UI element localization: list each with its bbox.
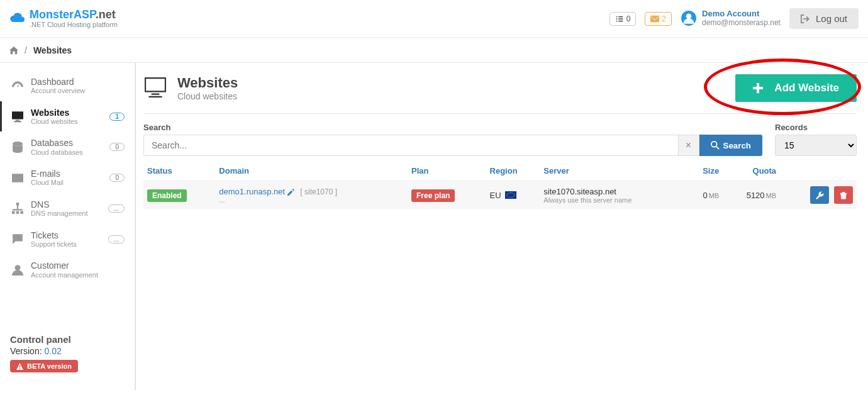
server-name: site1070.siteasp.net [543, 187, 682, 196]
svg-point-3 [15, 265, 21, 271]
brand-tagline: .NET Cloud Hosting platform [30, 21, 118, 28]
sidebar-item-dns[interactable]: DNSDNS management ... [0, 193, 135, 224]
manage-button[interactable] [810, 186, 829, 204]
badge: ... [108, 204, 125, 213]
account-name: Demo Account [702, 9, 781, 19]
status-badge: Enabled [147, 189, 187, 202]
search-input[interactable] [143, 135, 678, 156]
svg-point-4 [711, 142, 716, 147]
eu-flag-icon [505, 191, 516, 199]
mail-count: 2 [662, 14, 666, 23]
col-server[interactable]: Server [540, 161, 686, 181]
add-website-button[interactable]: Add Website [735, 74, 857, 102]
quota-value: 5120 [747, 191, 765, 200]
trash-icon [840, 191, 847, 199]
search-icon [711, 141, 720, 150]
search-label: Search [143, 123, 762, 132]
page-title: Websites [177, 75, 725, 91]
col-size[interactable]: Size [686, 161, 723, 181]
domain-link[interactable]: demo1.runasp.net [219, 187, 285, 196]
records-select[interactable]: 15 [775, 135, 857, 156]
cloud-icon [9, 12, 26, 25]
delete-button[interactable] [834, 186, 853, 204]
sidebar-item-websites[interactable]: WebsitesCloud websites 1 [0, 101, 135, 132]
sidebar-item-databases[interactable]: DatabasesCloud databases 0 [0, 131, 135, 162]
sidebar-item-customer[interactable]: CustomerAccount management [0, 254, 135, 285]
svg-point-1 [686, 14, 692, 20]
account-email: demo@monsterasp.net [702, 19, 781, 28]
region-code: EU [490, 191, 501, 200]
page-subtitle: Cloud websites [177, 91, 725, 101]
badge: ... [108, 235, 125, 243]
user-icon [12, 264, 23, 276]
domain-meta: [ site1070 ] [300, 187, 337, 196]
sidebar-item-emails[interactable]: E-mailsCloud Mail 0 [0, 162, 135, 193]
envelope-icon [650, 15, 659, 23]
logout-button[interactable]: Log out [789, 8, 859, 29]
table-row: Enabled demo1.runasp.net [ site1070 ] ..… [143, 181, 857, 209]
records-label: Records [775, 123, 857, 132]
logout-icon [801, 14, 810, 23]
account-menu[interactable]: Demo Account demo@monsterasp.net [681, 9, 781, 28]
control-panel-version: Version: 0.02 [10, 346, 125, 356]
search-button[interactable]: Search [699, 135, 762, 156]
database-icon [12, 142, 23, 153]
badge: 0 [109, 174, 125, 182]
breadcrumb: / Websites [0, 38, 868, 63]
plan-badge: Free plan [411, 189, 455, 202]
sidebar: DashboardAccount overview WebsitesCloud … [0, 63, 135, 390]
sidebar-item-dashboard[interactable]: DashboardAccount overview [0, 70, 135, 101]
tasks-indicator[interactable]: 0 [609, 12, 637, 26]
svg-point-2 [13, 142, 23, 146]
col-domain[interactable]: Domain [215, 161, 408, 181]
edit-icon[interactable] [287, 189, 294, 196]
mail-indicator[interactable]: 2 [645, 12, 672, 26]
size-value: 0 [703, 191, 707, 200]
home-icon[interactable] [9, 46, 18, 55]
tasks-count: 0 [626, 14, 631, 23]
control-panel-title: Control panel [10, 334, 125, 345]
beta-badge: BETA version [10, 360, 78, 372]
monitor-icon [12, 111, 23, 122]
list-icon [615, 14, 624, 23]
search-clear-button[interactable]: × [678, 135, 699, 156]
plus-icon [753, 83, 763, 93]
websites-table: Status Domain Plan Region Server Size Qu… [143, 161, 857, 209]
badge: 1 [109, 113, 125, 121]
brand-logo[interactable]: MonsterASP.net .NET Cloud Hosting platfo… [9, 9, 118, 29]
envelope-icon [12, 174, 23, 182]
col-quota[interactable]: Quota [723, 161, 780, 181]
user-icon [681, 10, 697, 26]
brand-name: MonsterASP.net [30, 9, 118, 21]
breadcrumb-current: Websites [33, 45, 72, 55]
monitor-icon [143, 77, 167, 99]
chat-icon [12, 233, 23, 245]
badge: 0 [109, 143, 125, 151]
col-status[interactable]: Status [143, 161, 215, 181]
gauge-icon [12, 80, 23, 91]
col-region[interactable]: Region [486, 161, 540, 181]
server-note: Always use this server name [543, 196, 682, 204]
network-icon [12, 203, 23, 214]
warning-icon [16, 363, 23, 370]
wrench-icon [816, 191, 824, 199]
col-plan[interactable]: Plan [408, 161, 486, 181]
sidebar-item-tickets[interactable]: TicketsSupport tickets ... [0, 224, 135, 255]
